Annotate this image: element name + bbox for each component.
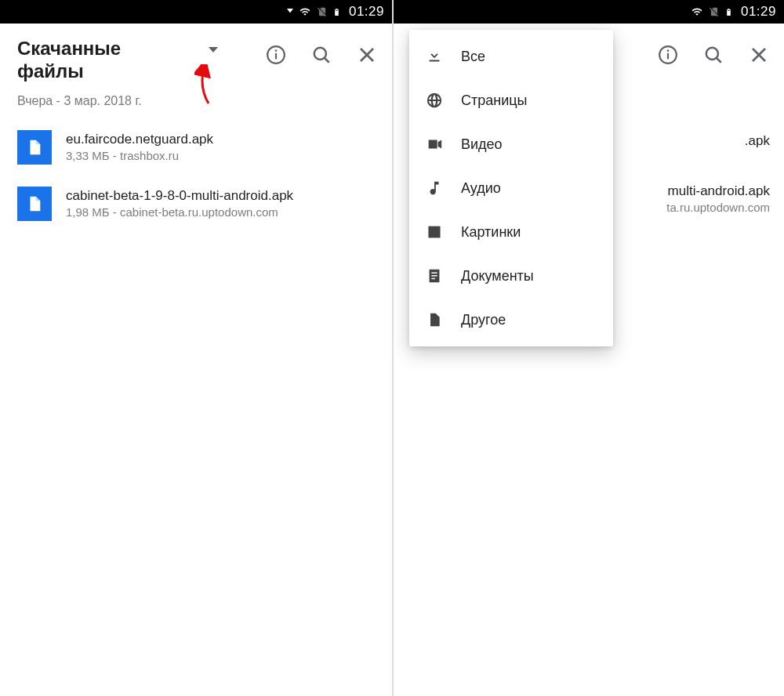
status-clock: 01:29 [349,4,384,20]
svg-point-12 [667,49,670,52]
search-icon[interactable] [310,44,332,66]
svg-rect-19 [431,278,435,279]
menu-item-label: Все [461,49,485,65]
page-title: Скачанные файлы [17,38,174,83]
svg-rect-9 [728,9,730,10]
svg-line-6 [325,58,329,63]
wifi-icon [690,6,704,17]
menu-item-video[interactable]: Видео [409,122,613,166]
close-icon[interactable] [748,44,770,66]
svg-marker-0 [287,9,293,13]
menu-item-documents[interactable]: Документы [409,254,613,298]
svg-line-14 [717,58,721,63]
no-sim-icon [317,5,328,18]
svg-point-4 [275,49,278,52]
search-icon[interactable] [702,44,724,66]
menu-item-label: Картинки [461,224,521,241]
file-type-icon [17,187,52,221]
menu-item-all[interactable]: Все [409,34,613,78]
svg-rect-1 [336,9,338,10]
file-name-peek: .apk [666,133,770,149]
menu-item-label: Видео [461,136,503,153]
battery-icon [724,5,733,19]
file-item[interactable]: eu.faircode.netguard.apk 3,33 МБ - trash… [17,119,389,176]
file-type-icon [17,130,52,165]
info-icon[interactable] [657,44,679,66]
file-meta-peek: ta.ru.uptodown.com [666,201,770,214]
date-group-label: Вчера - 3 мар. 2018 г. [0,88,392,111]
file-icon [425,310,444,329]
wifi-icon [298,6,312,17]
download-icon [425,47,444,66]
svg-point-5 [314,48,326,60]
filter-menu: Все Страницы Видео Аудио Картинки [409,30,613,346]
app-header: Скачанные файлы [0,24,392,88]
file-list: eu.faircode.netguard.apk 3,33 МБ - trash… [0,111,392,232]
document-icon [425,266,444,285]
image-icon [425,223,444,241]
left-screenshot: 01:29 Скачанные файлы Вчера - 3 мар. 201… [0,0,392,696]
file-name: cabinet-beta-1-9-8-0-multi-android.apk [66,188,293,204]
audio-icon [425,179,444,198]
status-bar: 01:29 [394,0,784,24]
globe-icon [425,91,444,110]
menu-item-label: Страницы [461,92,528,109]
info-icon[interactable] [265,44,287,66]
file-name: eu.faircode.netguard.apk [66,132,213,147]
file-meta: 3,33 МБ - trashbox.ru [66,149,213,162]
no-sim-icon [709,5,720,18]
file-item[interactable]: cabinet-beta-1-9-8-0-multi-android.apk 1… [17,176,389,232]
menu-item-pages[interactable]: Страницы [409,78,613,122]
right-screenshot: 01:29 .apk multi-android.apk ta.ru.uptod… [392,0,784,696]
menu-item-label: Другое [461,312,506,328]
file-meta: 1,98 МБ - cabinet-beta.ru.uptodown.com [66,205,293,219]
svg-rect-17 [431,272,437,273]
menu-item-label: Документы [461,268,534,285]
status-bar: 01:29 [0,0,392,24]
status-clock: 01:29 [741,4,776,20]
svg-rect-18 [431,275,437,276]
svg-point-13 [706,48,718,60]
menu-item-images[interactable]: Картинки [409,210,613,254]
dropdown-status-icon [287,9,293,15]
menu-item-other[interactable]: Другое [409,298,613,342]
menu-item-label: Аудио [461,180,501,197]
close-icon[interactable] [356,44,378,66]
menu-item-audio[interactable]: Аудио [409,166,613,210]
battery-icon [332,5,341,19]
video-icon [425,135,444,154]
filter-dropdown-trigger[interactable] [209,47,218,53]
file-name-peek: multi-android.apk [666,183,770,199]
